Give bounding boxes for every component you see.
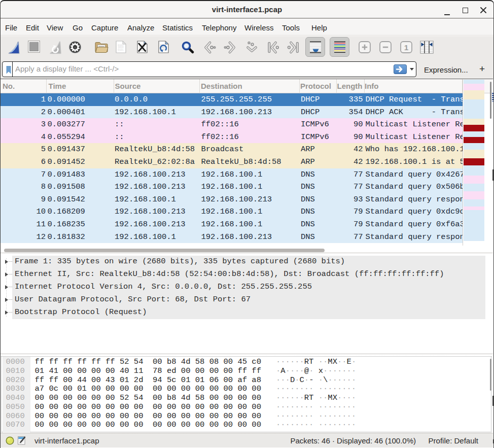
- svg-text:0101: 0101: [118, 49, 124, 51]
- svg-text:1: 1: [404, 43, 409, 52]
